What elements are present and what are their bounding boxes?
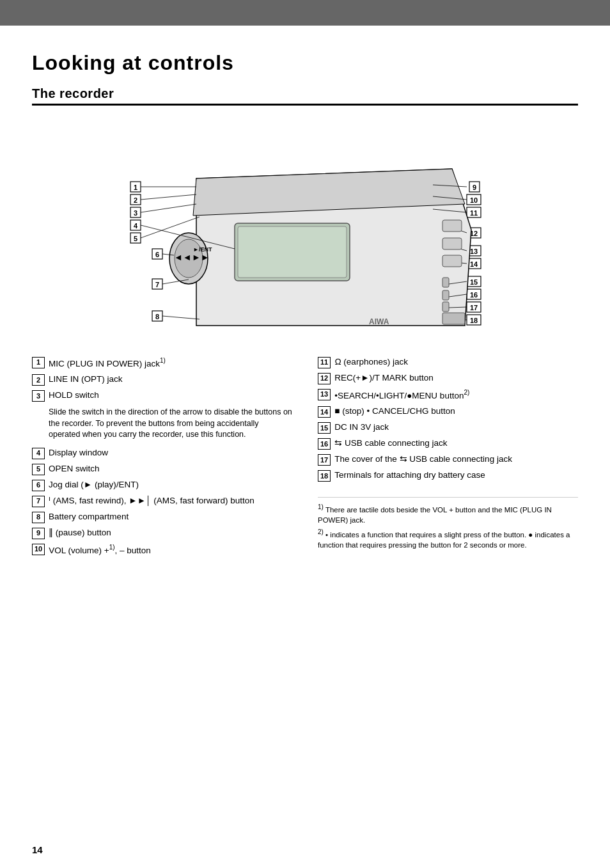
item-text: HOLD switch (49, 390, 99, 402)
item-number: 10 (32, 544, 45, 555)
item-text: Terminals for attaching dry battery case (334, 470, 485, 482)
svg-text:9: 9 (473, 184, 476, 191)
svg-text:14: 14 (470, 260, 478, 268)
item-text: ᑊ (AMS, fast rewind), ►►│ (AMS, fast for… (49, 495, 254, 507)
item-text: VOL (volume) +1), – button (49, 543, 151, 556)
item-text: ‖ (pause) button (49, 527, 111, 539)
item-number: 15 (318, 422, 331, 434)
item-text: DC IN 3V jack (334, 422, 389, 434)
list-item: 3 HOLD switch (32, 390, 292, 402)
svg-rect-62 (442, 238, 462, 249)
item-number: 8 (32, 512, 45, 523)
item-number: 5 (32, 464, 45, 475)
list-item: 15 DC IN 3V jack (318, 422, 578, 434)
svg-rect-65 (442, 290, 449, 300)
list-item: 18 Terminals for attaching dry battery c… (318, 470, 578, 482)
list-item: 7 ᑊ (AMS, fast rewind), ►►│ (AMS, fast f… (32, 495, 292, 507)
svg-rect-63 (442, 255, 462, 267)
svg-line-45 (141, 204, 196, 212)
main-title: Looking at controls (32, 51, 578, 75)
item-number: 16 (318, 438, 331, 450)
item-number: 4 (32, 448, 45, 459)
list-item: 4 Display window (32, 447, 292, 459)
footnotes: 1) There are tactile dots beside the VOL… (318, 497, 578, 553)
list-item: 9 ‖ (pause) button (32, 527, 292, 539)
svg-text:6: 6 (155, 251, 159, 258)
right-column: 11 Ω (earphones) jack 12 REC(+►)/T MARK … (318, 356, 578, 556)
item-number: 12 (318, 373, 331, 384)
svg-text:11: 11 (470, 209, 478, 217)
svg-text:2: 2 (134, 196, 137, 204)
svg-text:16: 16 (470, 291, 478, 299)
svg-text:AIWA: AIWA (369, 317, 389, 326)
list-item: 5 OPEN switch (32, 463, 292, 475)
item-text: ⇆ USB cable connecting jack (334, 438, 447, 450)
left-column: 1 MIC (PLUG IN POWER) jack1) 2 LINE IN (… (32, 356, 292, 556)
svg-rect-66 (442, 302, 449, 312)
section-title: The recorder (32, 86, 578, 106)
svg-text:◄◄: ◄◄ (174, 252, 192, 262)
item-number: 1 (32, 357, 45, 368)
svg-text:10: 10 (470, 196, 478, 204)
list-item: 8 Battery compartment (32, 511, 292, 523)
footnote-2: 2) • indicates a function that requires … (318, 528, 578, 550)
item-text: Display window (49, 447, 108, 459)
list-item: 12 REC(+►)/T MARK button (318, 372, 578, 384)
page-number: 14 (32, 844, 43, 855)
item-text: LINE IN (OPT) jack (49, 374, 123, 386)
item-text: ■ (stop) • CANCEL/CHG button (334, 406, 455, 418)
item-number: 17 (318, 454, 331, 466)
item-text: Jog dial (► (play)/ENT) (49, 479, 139, 491)
svg-text:18: 18 (470, 317, 478, 324)
list-item: 1 MIC (PLUG IN POWER) jack1) (32, 356, 292, 370)
item-text: •SEARCH/•LIGHT/●MENU button2) (334, 388, 469, 402)
svg-text:1: 1 (134, 184, 137, 191)
svg-text:►►: ►► (192, 252, 210, 262)
footnote-1: 1) There are tactile dots beside the VOL… (318, 503, 578, 525)
list-item: 6 Jog dial (► (play)/ENT) (32, 479, 292, 491)
recorder-diagram: 1 2 3 4 5 9 10 11 (32, 121, 578, 338)
svg-rect-67 (442, 313, 465, 324)
item-number: 7 (32, 496, 45, 507)
item-text: REC(+►)/T MARK button (334, 372, 434, 384)
svg-text:13: 13 (470, 248, 478, 255)
item-number: 13 (318, 389, 331, 400)
list-item: 16 ⇆ USB cable connecting jack (318, 438, 578, 450)
list-item: 17 The cover of the ⇆ USB cable connecti… (318, 454, 578, 466)
item-text: Battery compartment (49, 511, 129, 523)
svg-line-44 (141, 194, 196, 200)
item-text: MIC (PLUG IN POWER) jack1) (49, 356, 166, 370)
item-number: 2 (32, 374, 45, 386)
item-number: 18 (318, 470, 331, 482)
controls-grid: 1 MIC (PLUG IN POWER) jack1) 2 LINE IN (… (32, 356, 578, 556)
list-item: 10 VOL (volume) +1), – button (32, 543, 292, 556)
svg-text:4: 4 (134, 222, 138, 230)
item-number: 9 (32, 528, 45, 539)
svg-text:15: 15 (470, 278, 478, 286)
list-item: 11 Ω (earphones) jack (318, 356, 578, 368)
hold-description: Slide the switch in the direction of the… (49, 407, 292, 441)
item-number: 3 (32, 390, 45, 402)
svg-rect-31 (238, 226, 347, 278)
item-text: The cover of the ⇆ USB cable connecting … (334, 454, 512, 466)
svg-text:8: 8 (155, 313, 159, 320)
item-number: 11 (318, 357, 331, 368)
list-item: 13 •SEARCH/•LIGHT/●MENU button2) (318, 388, 578, 402)
item-text: OPEN switch (49, 463, 100, 475)
svg-text:17: 17 (470, 304, 478, 312)
svg-text:3: 3 (134, 209, 137, 217)
item-number: 6 (32, 480, 45, 491)
list-item: 14 ■ (stop) • CANCEL/CHG button (318, 406, 578, 418)
svg-rect-64 (442, 278, 449, 287)
top-bar (0, 0, 610, 26)
item-text: Ω (earphones) jack (334, 356, 408, 368)
item-number: 14 (318, 406, 331, 418)
svg-text:5: 5 (134, 235, 137, 242)
list-item: 2 LINE IN (OPT) jack (32, 374, 292, 386)
svg-line-50 (162, 316, 199, 319)
svg-rect-61 (442, 220, 462, 232)
svg-text:7: 7 (155, 281, 159, 288)
